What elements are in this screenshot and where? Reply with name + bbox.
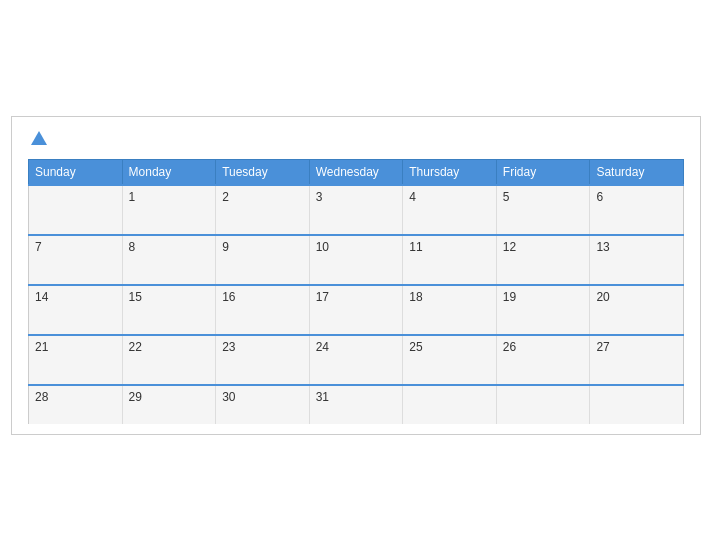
calendar-cell: 1 — [122, 185, 216, 235]
calendar-cell: 7 — [29, 235, 123, 285]
calendar-cell: 14 — [29, 285, 123, 335]
calendar-cell: 6 — [590, 185, 684, 235]
day-number: 29 — [129, 390, 142, 404]
weekday-wednesday: Wednesday — [309, 159, 403, 185]
calendar-header — [28, 133, 684, 145]
calendar-cell — [29, 185, 123, 235]
day-number: 20 — [596, 290, 609, 304]
calendar-cell: 5 — [496, 185, 590, 235]
calendar-cell: 10 — [309, 235, 403, 285]
day-number: 12 — [503, 240, 516, 254]
calendar: SundayMondayTuesdayWednesdayThursdayFrid… — [11, 116, 701, 435]
calendar-cell: 21 — [29, 335, 123, 385]
calendar-cell: 4 — [403, 185, 497, 235]
day-number: 21 — [35, 340, 48, 354]
calendar-cell: 15 — [122, 285, 216, 335]
day-number: 22 — [129, 340, 142, 354]
day-number: 8 — [129, 240, 136, 254]
week-row-5: 28293031 — [29, 385, 684, 424]
weekday-monday: Monday — [122, 159, 216, 185]
day-number: 2 — [222, 190, 229, 204]
calendar-cell: 26 — [496, 335, 590, 385]
logo-triangle-icon — [31, 131, 47, 145]
calendar-cell: 23 — [216, 335, 310, 385]
day-number: 14 — [35, 290, 48, 304]
day-number: 19 — [503, 290, 516, 304]
calendar-cell: 16 — [216, 285, 310, 335]
day-number: 27 — [596, 340, 609, 354]
week-row-4: 21222324252627 — [29, 335, 684, 385]
weekday-sunday: Sunday — [29, 159, 123, 185]
day-number: 30 — [222, 390, 235, 404]
calendar-cell: 19 — [496, 285, 590, 335]
day-number: 6 — [596, 190, 603, 204]
week-row-3: 14151617181920 — [29, 285, 684, 335]
day-number: 18 — [409, 290, 422, 304]
weekday-tuesday: Tuesday — [216, 159, 310, 185]
day-number: 4 — [409, 190, 416, 204]
weekday-thursday: Thursday — [403, 159, 497, 185]
day-number: 10 — [316, 240, 329, 254]
calendar-cell — [403, 385, 497, 424]
day-number: 15 — [129, 290, 142, 304]
day-number: 3 — [316, 190, 323, 204]
calendar-cell: 8 — [122, 235, 216, 285]
day-number: 25 — [409, 340, 422, 354]
day-number: 9 — [222, 240, 229, 254]
calendar-cell: 9 — [216, 235, 310, 285]
calendar-cell: 2 — [216, 185, 310, 235]
day-number: 24 — [316, 340, 329, 354]
day-number: 26 — [503, 340, 516, 354]
calendar-body: 1234567891011121314151617181920212223242… — [29, 185, 684, 424]
logo — [28, 133, 47, 145]
weekday-saturday: Saturday — [590, 159, 684, 185]
calendar-cell — [590, 385, 684, 424]
day-number: 31 — [316, 390, 329, 404]
calendar-cell: 11 — [403, 235, 497, 285]
calendar-cell: 22 — [122, 335, 216, 385]
calendar-cell: 18 — [403, 285, 497, 335]
calendar-cell: 13 — [590, 235, 684, 285]
weekday-header-row: SundayMondayTuesdayWednesdayThursdayFrid… — [29, 159, 684, 185]
week-row-2: 78910111213 — [29, 235, 684, 285]
day-number: 7 — [35, 240, 42, 254]
day-number: 5 — [503, 190, 510, 204]
calendar-cell: 3 — [309, 185, 403, 235]
calendar-cell — [496, 385, 590, 424]
week-row-1: 123456 — [29, 185, 684, 235]
logo-general — [28, 133, 47, 145]
day-number: 1 — [129, 190, 136, 204]
day-number: 16 — [222, 290, 235, 304]
calendar-cell: 24 — [309, 335, 403, 385]
calendar-cell: 28 — [29, 385, 123, 424]
calendar-cell: 17 — [309, 285, 403, 335]
weekday-friday: Friday — [496, 159, 590, 185]
calendar-cell: 12 — [496, 235, 590, 285]
day-number: 13 — [596, 240, 609, 254]
calendar-cell: 27 — [590, 335, 684, 385]
calendar-cell: 20 — [590, 285, 684, 335]
calendar-table: SundayMondayTuesdayWednesdayThursdayFrid… — [28, 159, 684, 424]
day-number: 28 — [35, 390, 48, 404]
day-number: 11 — [409, 240, 422, 254]
day-number: 17 — [316, 290, 329, 304]
calendar-cell: 31 — [309, 385, 403, 424]
calendar-cell: 30 — [216, 385, 310, 424]
calendar-cell: 29 — [122, 385, 216, 424]
calendar-cell: 25 — [403, 335, 497, 385]
day-number: 23 — [222, 340, 235, 354]
